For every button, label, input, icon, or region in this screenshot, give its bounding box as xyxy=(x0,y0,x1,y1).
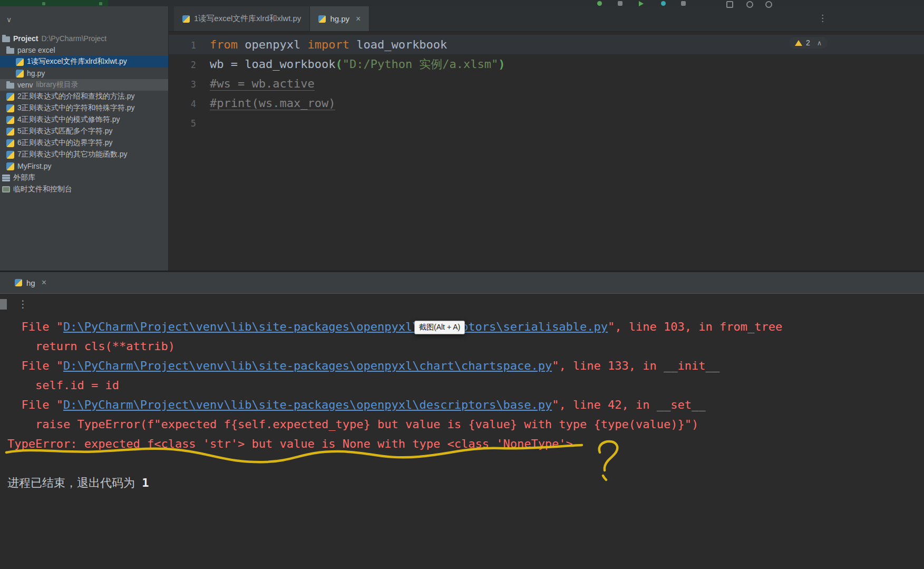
build-button[interactable] xyxy=(597,1,602,6)
title-bar xyxy=(0,0,924,6)
code-segment: from xyxy=(210,38,238,51)
tree-item-sublabel: D:\PyCharm\Project xyxy=(41,34,106,43)
code-segment: ( xyxy=(335,57,342,71)
debug-icon[interactable] xyxy=(661,1,666,6)
console-line: 进程已结束，退出代码为 1 xyxy=(7,473,924,493)
close-icon[interactable]: × xyxy=(42,278,46,287)
run-tab-hg[interactable]: hg × xyxy=(15,278,46,287)
code-segment: "D:/Python 实例/a.xlsm" xyxy=(343,57,499,71)
editor[interactable]: 1from openpyxl import load_workbook2wb =… xyxy=(169,32,924,271)
console-text: raise TypeError(f"expected f{self.expect… xyxy=(7,418,698,431)
python-icon xyxy=(6,128,14,136)
tree-item[interactable]: venvlibrary根目录 xyxy=(0,79,168,91)
tree-item-label: venv xyxy=(17,81,33,89)
code-line[interactable]: 5 xyxy=(169,113,924,132)
tab-label: 1读写excel文件库xlrd和xlwt.py xyxy=(194,14,301,24)
tree-item[interactable]: 6正则表达式中的边界字符.py xyxy=(0,137,168,149)
code-line[interactable]: 2wb = load_workbook("D:/Python 实例/a.xlsm… xyxy=(169,54,924,74)
python-icon xyxy=(6,139,14,147)
console-line xyxy=(7,454,924,473)
console-icon xyxy=(2,186,10,192)
line-number: 5 xyxy=(169,114,210,133)
tree-item-label: 5正则表达式匹配多个字符.py xyxy=(17,127,112,136)
code-segment: ) xyxy=(498,57,505,71)
project-tree: ProjectD:\PyCharm\Projectparse excel1读写e… xyxy=(0,33,168,195)
tree-item-sublabel: library根目录 xyxy=(36,80,79,90)
tab-label: hg.py xyxy=(330,14,349,23)
tree-item[interactable]: 临时文件和控制台 xyxy=(0,184,168,195)
chevron-down-icon[interactable]: ∨ xyxy=(6,15,12,24)
editor-tab[interactable]: 1读写excel文件库xlrd和xlwt.py xyxy=(174,6,310,31)
tree-item[interactable]: 2正则表达式的介绍和查找的方法.py xyxy=(0,91,168,102)
python-icon xyxy=(6,151,14,159)
code-line[interactable]: 3#ws = wb.active xyxy=(169,74,924,93)
tree-item[interactable]: 4正则表达式中的模式修饰符.py xyxy=(0,114,168,126)
background-dot-icon xyxy=(99,2,102,5)
tree-item[interactable]: MyFirst.py xyxy=(0,160,168,172)
tree-item-label: MyFirst.py xyxy=(17,162,52,170)
console-line: TypeError: expected f<class 'str'> but v… xyxy=(7,434,924,454)
warning-icon xyxy=(795,40,802,46)
run-tool-window: hg × ⋮ File "D:\PyCharm\Project\venv\lib… xyxy=(0,272,924,569)
code-line[interactable]: 4#print(ws.max_row) xyxy=(169,93,924,113)
tree-item[interactable]: ProjectD:\PyCharm\Project xyxy=(0,33,168,44)
tree-item-label: 2正则表达式的介绍和查找的方法.py xyxy=(17,92,134,101)
chevron-up-icon[interactable]: ∧ xyxy=(817,39,822,47)
console-text: File " xyxy=(7,320,63,333)
scrollbar-chip[interactable] xyxy=(0,299,7,310)
tree-item[interactable]: 外部库 xyxy=(0,172,168,184)
python-icon xyxy=(16,58,24,66)
python-icon xyxy=(16,70,24,78)
stacktrace-link[interactable]: D:\PyCharm\Project\venv\lib\site-package… xyxy=(63,320,608,333)
inspections-widget[interactable]: 2 ∧ xyxy=(790,37,827,49)
console-text: File " xyxy=(7,359,63,372)
run-icon[interactable] xyxy=(639,1,644,6)
tree-item-label: 外部库 xyxy=(13,173,35,182)
tree-item-label: 3正则表达式中的字符和特殊字符.py xyxy=(17,103,134,113)
console-line: File "D:\PyCharm\Project\venv\lib\site-p… xyxy=(7,356,924,375)
tree-item[interactable]: hg.py xyxy=(0,67,168,79)
python-icon xyxy=(6,104,14,112)
gear-icon[interactable] xyxy=(765,1,772,8)
warning-count: 2 xyxy=(806,38,810,47)
console-line: raise TypeError(f"expected f{self.expect… xyxy=(7,414,924,434)
run-tab-label: hg xyxy=(26,278,35,287)
python-file-icon xyxy=(318,15,326,23)
project-tool-window: ∨ ProjectD:\PyCharm\Projectparse excel1读… xyxy=(0,6,169,271)
code-segment: import xyxy=(307,38,349,51)
editor-tab[interactable]: hg.py× xyxy=(310,6,369,31)
search-icon[interactable] xyxy=(746,1,753,8)
code-segment: #print(ws.max_row) xyxy=(210,97,335,110)
stacktrace-link[interactable]: D:\PyCharm\Project\venv\lib\site-package… xyxy=(63,398,552,411)
console-text: self.id = id xyxy=(7,379,119,392)
code-segment: load_workbook xyxy=(349,38,447,51)
python-icon xyxy=(6,93,14,101)
screenshot-tooltip: 截图(Alt + A) xyxy=(414,321,465,334)
tree-item[interactable]: 3正则表达式中的字符和特殊字符.py xyxy=(0,102,168,114)
tree-item[interactable]: 7正则表达式中的其它功能函数.py xyxy=(0,149,168,160)
console-line: self.id = id xyxy=(7,375,924,395)
stacktrace-link[interactable]: D:\PyCharm\Project\venv\lib\site-package… xyxy=(63,359,552,372)
console-toolbar: ⋮ xyxy=(0,294,924,316)
console-text: ", line 42, in __set__ xyxy=(552,398,705,411)
more-options-icon[interactable]: ⋮ xyxy=(18,298,28,310)
background-dot-icon xyxy=(42,2,45,5)
run-tab-bar: hg × xyxy=(0,272,924,294)
run-config-button[interactable] xyxy=(618,1,623,6)
close-icon[interactable]: × xyxy=(356,14,361,24)
console-output: File "D:\PyCharm\Project\venv\lib\site-p… xyxy=(0,316,924,569)
console-text: TypeError: expected f<class 'str'> but v… xyxy=(7,437,573,450)
tree-item[interactable]: parse excel xyxy=(0,44,168,56)
layout-icon[interactable] xyxy=(726,1,733,8)
folder-icon xyxy=(6,48,14,54)
tree-item-label: 1读写excel文件库xlrd和xlwt.py xyxy=(27,57,127,66)
console-text: ", line 103, in from_tree xyxy=(608,320,782,333)
tab-options-icon[interactable]: ⋮ xyxy=(818,13,827,24)
folder-icon xyxy=(2,36,10,42)
line-number: 4 xyxy=(169,94,210,114)
tree-item[interactable]: 5正则表达式匹配多个字符.py xyxy=(0,126,168,137)
tree-item[interactable]: 1读写excel文件库xlrd和xlwt.py xyxy=(0,56,168,67)
coverage-icon[interactable] xyxy=(681,1,686,6)
code-area[interactable]: 1from openpyxl import load_workbook2wb =… xyxy=(169,35,924,132)
lib-icon xyxy=(2,175,10,181)
